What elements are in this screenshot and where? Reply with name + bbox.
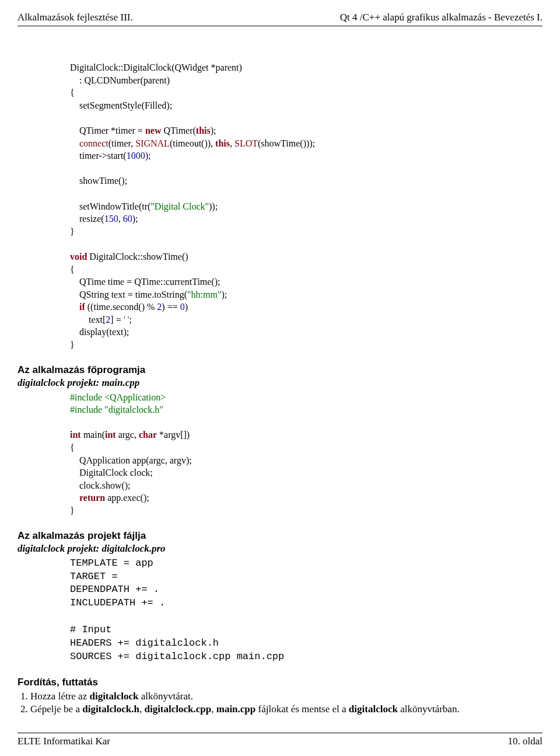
compile-steps: Hozza létre az digitalclock alkönyvtárat…	[18, 691, 542, 715]
step-1: Hozza létre az digitalclock alkönyvtárat…	[30, 691, 542, 702]
section-projectfile: Az alkalmazás projekt fájlja	[18, 530, 542, 542]
code-block-pro: TEMPLATE = app TARGET = DEPENDPATH += . …	[70, 557, 542, 664]
header-right: Qt 4 /C++ alapú grafikus alkalmazás - Be…	[340, 12, 542, 23]
subhead-mainprogram: digitalclock projekt: main.cpp	[18, 377, 542, 389]
page-header: Alkalmazások fejlesztése III. Qt 4 /C++ …	[18, 12, 542, 26]
footer-left: ELTE Informatikai Kar	[18, 736, 110, 747]
header-left: Alkalmazások fejlesztése III.	[18, 12, 133, 23]
code-block-main: #include <QApplication> #include "digita…	[70, 391, 542, 517]
subhead-projectfile: digitalclock projekt: digitalclock.pro	[18, 543, 542, 555]
page-footer: ELTE Informatikai Kar 10. oldal	[18, 733, 542, 747]
page-content: DigitalClock::DigitalClock(QWidget *pare…	[18, 26, 542, 715]
footer-right: 10. oldal	[508, 736, 543, 747]
step-2: Gépelje be a digitalclock.h, digitalcloc…	[30, 703, 542, 715]
section-compile: Fordítás, futtatás	[18, 677, 542, 688]
code-block-cpp-impl: DigitalClock::DigitalClock(QWidget *pare…	[70, 61, 542, 351]
section-mainprogram: Az alkalmazás főprogramja	[18, 364, 542, 376]
